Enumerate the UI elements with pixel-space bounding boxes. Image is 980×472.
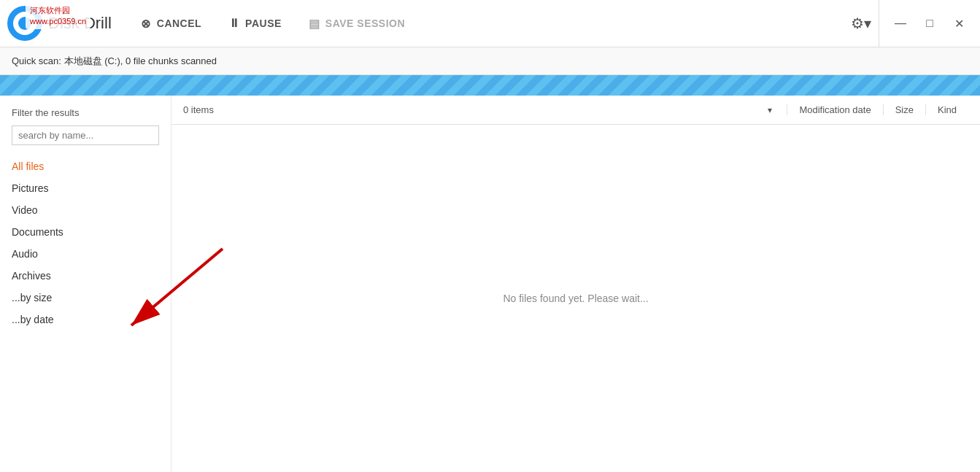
nav-documents[interactable]: Documents <box>0 221 171 243</box>
nav-archives[interactable]: Archives <box>0 265 171 287</box>
search-input[interactable] <box>12 125 159 145</box>
nav-audio[interactable]: Audio <box>0 243 171 265</box>
col-kind[interactable]: Kind <box>925 104 968 115</box>
col-modification-date[interactable]: Modification date <box>787 104 882 115</box>
close-icon: ✕ <box>954 17 964 31</box>
content-header: 0 items ▾ Modification date Size Kind <box>171 96 980 125</box>
pause-button[interactable]: ⏸ PAUSE <box>215 0 295 47</box>
sort-dropdown[interactable]: ▾ <box>768 105 775 115</box>
settings-divider <box>879 0 879 47</box>
logo-area: Disk Drill <box>7 6 112 41</box>
toolbar-buttons: ⊗ CANCEL ⏸ PAUSE ▤ SAVE SESSION <box>126 0 418 47</box>
maximize-icon: □ <box>926 17 933 30</box>
nav-pictures[interactable]: Pictures <box>0 177 171 199</box>
app-logo <box>7 6 42 41</box>
save-session-button[interactable]: ▤ SAVE SESSION <box>295 0 418 47</box>
maximize-button[interactable]: □ <box>916 9 944 37</box>
nav-by-date[interactable]: ...by date <box>0 309 171 330</box>
nav-video[interactable]: Video <box>0 199 171 221</box>
content-body: No files found yet. Please wait... <box>171 125 980 472</box>
content-area: 0 items ▾ Modification date Size Kind No… <box>171 96 980 472</box>
minimize-button[interactable]: — <box>887 9 914 37</box>
empty-message: No files found yet. Please wait... <box>503 293 648 304</box>
pause-icon: ⏸ <box>228 17 241 30</box>
settings-button[interactable]: ⚙▾ <box>844 0 879 47</box>
main-content: Filter the results All files Pictures Vi… <box>0 96 980 472</box>
items-count: 0 items <box>183 104 214 115</box>
status-text: Quick scan: 本地磁盘 (C:), 0 file chunks sca… <box>12 55 217 68</box>
statusbar: Quick scan: 本地磁盘 (C:), 0 file chunks sca… <box>0 47 980 75</box>
settings-icon: ⚙ <box>851 15 864 32</box>
nav-all-files[interactable]: All files <box>0 155 171 177</box>
close-button[interactable]: ✕ <box>945 9 973 37</box>
titlebar: Disk Drill 河东软件园 www.pc0359.cn ⊗ CANCEL … <box>0 0 980 47</box>
cancel-icon: ⊗ <box>139 17 153 30</box>
nav-by-size[interactable]: ...by size <box>0 287 171 309</box>
minimize-icon: — <box>895 17 906 30</box>
save-icon: ▤ <box>308 17 321 30</box>
sort-arrow-icon: ▾ <box>768 105 772 115</box>
filter-label: Filter the results <box>0 107 171 125</box>
progress-stripe <box>0 75 980 96</box>
sidebar: Filter the results All files Pictures Vi… <box>0 96 171 472</box>
app-title: Disk Drill <box>48 14 112 33</box>
col-size[interactable]: Size <box>883 104 925 115</box>
cancel-button[interactable]: ⊗ CANCEL <box>126 0 215 47</box>
window-controls: — □ ✕ <box>887 9 973 37</box>
